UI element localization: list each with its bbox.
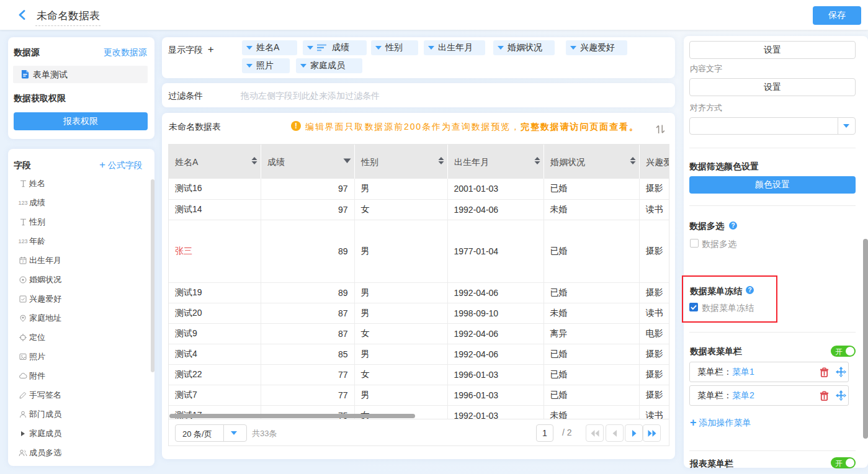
svg-text:7: 7 xyxy=(22,259,24,263)
